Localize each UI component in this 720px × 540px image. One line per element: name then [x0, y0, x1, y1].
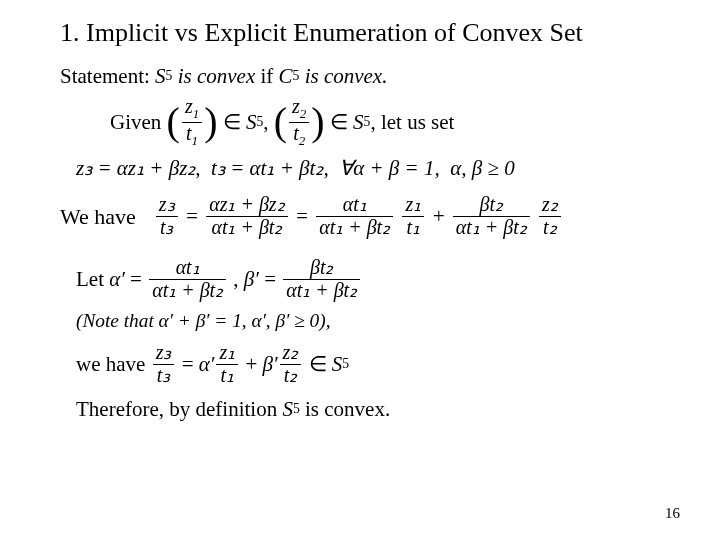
therefore-line: Therefore, by definition S5 is convex.: [76, 395, 680, 423]
result-f2: z₂ t₂: [280, 342, 302, 387]
let-line: Let α′ = αt₁ αt₁ + βt₂ , β′ = βt₂ αt₁ + …: [76, 257, 680, 302]
given-word: Given: [110, 108, 167, 136]
we-have-row: We have z₃ t₃ = αz₁ + βz₂ αt₁ + βt₂ = αt…: [60, 188, 680, 245]
statement-if: if: [260, 62, 278, 90]
result-alpha: α′: [199, 350, 215, 378]
eq1-f5: z₂ t₂: [539, 194, 561, 239]
result-prefix: we have: [76, 350, 151, 378]
let-f2: βt₂ αt₁ + βt₂: [283, 257, 360, 302]
result-s5: S: [332, 350, 343, 378]
in-2: ∈: [325, 108, 354, 136]
c5-sub: 5: [293, 67, 300, 85]
result-line: we have z₃ t₃ = α′ z₁ t₁ + β′ z₂ t₂ ∈ S5: [76, 342, 680, 387]
given-line: Given ( z1 t1 ) ∈ S5 , ( z2 t2 ) ∈ S5 , …: [110, 96, 680, 148]
note-line: (Note that α′ + β′ = 1, α′, β′ ≥ 0),: [76, 308, 680, 334]
defs-text: z₃ = αz₁ + βz₂, t₃ = αt₁ + βt₂, ∀α + β =…: [76, 154, 515, 182]
eq1-f1: αz₁ + βz₂ αt₁ + βt₂: [206, 194, 287, 239]
s5-sym: S: [155, 62, 166, 90]
beta-prime: β′: [244, 265, 259, 293]
therefore-suffix: is convex.: [300, 395, 390, 423]
in-1: ∈: [217, 108, 246, 136]
statement-suffix: is convex.: [299, 62, 387, 90]
c5-sym: C: [279, 62, 293, 90]
s5a: S: [246, 108, 257, 136]
given-tail: , let us set: [370, 108, 454, 136]
let-f1: αt₁ αt₁ + βt₂: [149, 257, 226, 302]
therefore-prefix: Therefore, by definition: [76, 395, 282, 423]
s5b: S: [353, 108, 364, 136]
statement-mid: is convex: [172, 62, 260, 90]
let-word: Let: [76, 265, 109, 293]
we-have-label: We have: [60, 204, 136, 230]
defs-line: z₃ = αz₁ + βz₂, t₃ = αt₁ + βt₂, ∀α + β =…: [76, 154, 680, 182]
statement-prefix: Statement:: [60, 62, 155, 90]
slide-title: 1. Implicit vs Explicit Enumeration of C…: [60, 18, 680, 48]
s5-sub: 5: [166, 67, 173, 85]
eq1: z₃ t₃ = αz₁ + βz₂ αt₁ + βt₂ = αt₁ αt₁ + …: [154, 194, 563, 239]
eq1-f2: αt₁ αt₁ + βt₂: [316, 194, 393, 239]
result-beta: β′: [262, 350, 277, 378]
page-number: 16: [665, 505, 680, 522]
slide: 1. Implicit vs Explicit Enumeration of C…: [0, 0, 720, 540]
z1: z: [185, 95, 193, 117]
therefore-s5: S: [282, 395, 293, 423]
statement-line: Statement: S5 is convex if C5 is convex.: [60, 62, 680, 90]
result-f1: z₁ t₁: [216, 342, 238, 387]
eq1-lhs: z₃ t₃: [156, 194, 178, 239]
eq1-f4: βt₂ αt₁ + βt₂: [453, 194, 530, 239]
alpha-prime: α′: [109, 265, 125, 293]
eq1-f3: z₁ t₁: [402, 194, 424, 239]
note-text: (Note that α′ + β′ = 1, α′, β′ ≥ 0),: [76, 308, 331, 334]
z2: z: [292, 95, 300, 117]
result-lhs: z₃ t₃: [153, 342, 175, 387]
vec-z1t1: z1 t1: [182, 96, 202, 148]
vec-z2t2: z2 t2: [289, 96, 309, 148]
